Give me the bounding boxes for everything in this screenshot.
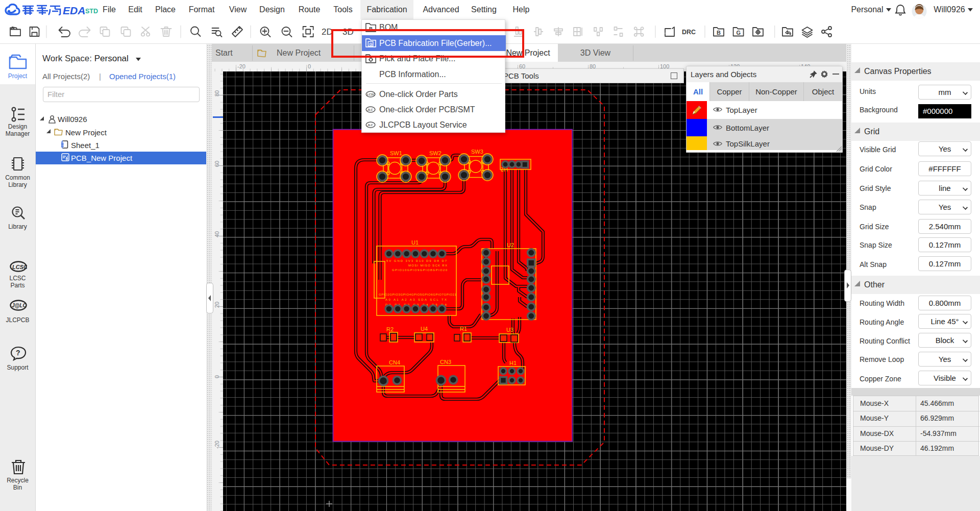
- svg-text:U2: U2: [507, 242, 514, 248]
- svg-text:EDA: EDA: [63, 5, 85, 16]
- svg-text:JLC: JLC: [368, 108, 374, 111]
- svg-text:-20: -20: [214, 441, 220, 449]
- svg-text:A0 A1 A2 A3 SDA SCL TX: A0 A1 A2 A3 SDA SCL TX: [385, 298, 447, 301]
- svg-text:U4: U4: [421, 326, 428, 332]
- svg-text:CN4: CN4: [389, 359, 400, 366]
- svg-text:R1: R1: [460, 326, 467, 332]
- svg-text:SW3: SW3: [471, 149, 483, 155]
- svg-text:GPIO2GPIO3GPIO4GPIO5GPIO6GPIO7: GPIO2GPIO3GPIO4GPIO5GPIO6GPIO7GPIO21: [379, 293, 457, 296]
- svg-text:SW1: SW1: [390, 150, 402, 156]
- svg-text:STD: STD: [85, 8, 98, 15]
- svg-text:5V GND 3V3 D10 D9 D8 D7: 5V GND 3V3 D10 D9 D8 D7: [386, 259, 447, 262]
- svg-text:-20: -20: [237, 63, 246, 69]
- svg-text:J@LC: J@LC: [12, 303, 27, 308]
- svg-text:U3: U3: [506, 327, 513, 333]
- svg-text:CN3: CN3: [440, 359, 451, 365]
- svg-text:U1: U1: [411, 239, 419, 246]
- svg-text:SW2: SW2: [429, 150, 442, 156]
- svg-text:JLC: JLC: [368, 124, 374, 127]
- svg-text:MOSI MISO SCK RX: MOSI MISO SCK RX: [408, 264, 447, 267]
- svg-text:R2: R2: [386, 326, 394, 332]
- svg-text:G: G: [737, 30, 741, 36]
- svg-text:GPIO10GPIO9GPIO8GPIO20: GPIO10GPIO9GPIO8GPIO20: [392, 269, 448, 272]
- svg-text:0: 0: [214, 375, 220, 378]
- svg-text:LCSC: LCSC: [367, 93, 376, 96]
- svg-text:B: B: [717, 30, 721, 36]
- svg-text:40: 40: [214, 231, 220, 237]
- svg-text:LCSC: LCSC: [12, 264, 27, 270]
- svg-text:0: 0: [308, 63, 311, 69]
- svg-text:DRC: DRC: [682, 29, 696, 36]
- svg-text:60: 60: [214, 161, 220, 167]
- svg-text:?: ?: [16, 349, 20, 357]
- svg-text:H1: H1: [509, 360, 517, 366]
- svg-text:20: 20: [214, 302, 220, 308]
- svg-text:80: 80: [214, 90, 220, 96]
